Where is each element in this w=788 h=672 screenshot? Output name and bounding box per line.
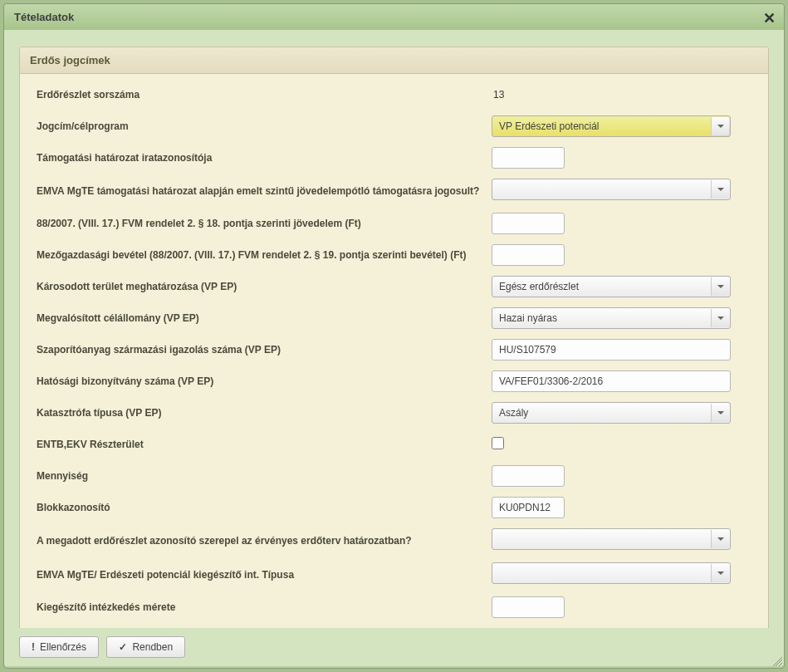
input-mezobev[interactable] <box>492 244 565 266</box>
label-sorszam: Erdőrészlet sorszáma <box>37 89 492 101</box>
select-jogcim-value: VP Erdészeti potenciál <box>492 115 731 137</box>
select-emva-emelt-value <box>492 179 731 200</box>
input-mennyiseg[interactable] <box>492 465 565 487</box>
value-sorszam: 13 <box>492 89 504 101</box>
select-emva-emelt[interactable] <box>492 179 731 203</box>
label-mennyiseg: Mennyiség <box>37 470 492 482</box>
input-jov88[interactable] <box>492 213 565 234</box>
label-blokk: Blokkazonosító <box>37 502 492 513</box>
label-kieg-meret: Kiegészítő intézkedés mérete <box>37 601 492 613</box>
dialog: Tételadatok ✕ Erdős jogcímek Erdőrészlet… <box>3 3 785 669</box>
row-karos: Károsodott terület meghatározása (VP EP)… <box>37 276 751 297</box>
label-celall: Megvalósított célállomány (VP EP) <box>37 312 492 324</box>
row-hatosagi: Hatósági bizonyítvány száma (VP EP) <box>37 370 751 392</box>
row-kieg-tipus: EMVA MgTE/ Erdészeti potenciál kiegészít… <box>37 562 751 586</box>
input-kieg-meret[interactable] <box>492 596 565 618</box>
row-sorszam: Erdőrészlet sorszáma 13 <box>37 84 751 105</box>
label-entb: ENTB,EKV Részterület <box>37 439 492 450</box>
select-celall-value: Hazai nyáras <box>492 307 731 329</box>
check-button-label: Ellenőrzés <box>40 641 86 653</box>
input-blokk[interactable] <box>492 497 565 518</box>
input-szaporito[interactable] <box>492 339 731 361</box>
dialog-header: Tételadatok ✕ <box>4 4 784 30</box>
select-kieg-tipus-value <box>492 562 731 584</box>
select-celall[interactable]: Hazai nyáras <box>492 307 731 329</box>
label-jogcim: Jogcím/célprogram <box>37 120 492 132</box>
check-button[interactable]: Ellenőrzés <box>19 636 99 658</box>
checkbox-entb[interactable] <box>492 437 504 449</box>
panel-body: Erdőrészlet sorszáma 13 Jogcím/célprogra… <box>20 74 768 628</box>
dialog-body: Erdős jogcímek Erdőrészlet sorszáma 13 J… <box>4 30 784 628</box>
close-icon[interactable]: ✕ <box>763 9 776 27</box>
ok-button[interactable]: Rendben <box>106 636 185 658</box>
select-katasztrofa[interactable]: Aszály <box>492 402 731 424</box>
row-szaporito: Szaporítóanyag származási igazolás száma… <box>37 339 751 361</box>
row-jov88: 88/2007. (VIII. 17.) FVM rendelet 2. § 1… <box>37 213 751 234</box>
label-hatosagi: Hatósági bizonyítvány száma (VP EP) <box>37 375 492 387</box>
row-kieg-meret: Kiegészítő intézkedés mérete <box>37 596 751 618</box>
label-tamhat: Támogatási határozat iratazonosítója <box>37 152 492 164</box>
row-entb: ENTB,EKV Részterület <box>37 434 751 455</box>
dialog-title: Tételadatok <box>14 11 74 23</box>
label-erv-hatarozat: A megadott erdőrészlet azonosító szerepe… <box>37 535 492 547</box>
ok-button-label: Rendben <box>132 641 173 653</box>
label-katasztrofa: Katasztrófa típusa (VP EP) <box>37 407 492 419</box>
select-jogcim[interactable]: VP Erdészeti potenciál <box>492 115 731 137</box>
row-mennyiseg: Mennyiség <box>37 465 751 487</box>
row-emva-emelt: EMVA MgTE támogatási határozat alapján e… <box>37 179 751 203</box>
select-katasztrofa-value: Aszály <box>492 402 731 424</box>
label-szaporito: Szaporítóanyag származási igazolás száma… <box>37 344 492 356</box>
select-erv-hatarozat-value <box>492 528 731 550</box>
select-erv-hatarozat[interactable] <box>492 528 731 552</box>
select-kieg-tipus[interactable] <box>492 562 731 586</box>
input-hatosagi[interactable] <box>492 370 731 392</box>
exclaim-icon <box>32 641 35 653</box>
row-erv-hatarozat: A megadott erdőrészlet azonosító szerepe… <box>37 528 751 552</box>
dialog-footer: Ellenőrzés Rendben <box>4 628 784 666</box>
check-icon <box>119 641 127 653</box>
label-jov88: 88/2007. (VIII. 17.) FVM rendelet 2. § 1… <box>37 218 492 229</box>
row-jogcim: Jogcím/célprogram VP Erdészeti potenciál <box>37 115 751 137</box>
select-karos[interactable]: Egész erdőrészlet <box>492 276 731 297</box>
label-mezobev: Mezőgazdasági bevétel (88/2007. (VIII. 1… <box>37 249 492 261</box>
row-blokk: Blokkazonosító <box>37 497 751 518</box>
label-karos: Károsodott terület meghatározása (VP EP) <box>37 281 492 292</box>
panel-erdos: Erdős jogcímek Erdőrészlet sorszáma 13 J… <box>19 47 769 628</box>
row-celall: Megvalósított célállomány (VP EP) Hazai … <box>37 307 751 329</box>
select-karos-value: Egész erdőrészlet <box>492 276 731 297</box>
input-tamhat[interactable] <box>492 147 565 169</box>
panel-title: Erdős jogcímek <box>20 47 768 74</box>
row-katasztrofa: Katasztrófa típusa (VP EP) Aszály <box>37 402 751 424</box>
resize-grip-icon[interactable] <box>772 656 782 666</box>
label-kieg-tipus: EMVA MgTE/ Erdészeti potenciál kiegészít… <box>37 569 492 581</box>
row-mezobev: Mezőgazdasági bevétel (88/2007. (VIII. 1… <box>37 244 751 266</box>
row-tamhat: Támogatási határozat iratazonosítója <box>37 147 751 169</box>
label-emva-emelt: EMVA MgTE támogatási határozat alapján e… <box>37 185 492 197</box>
